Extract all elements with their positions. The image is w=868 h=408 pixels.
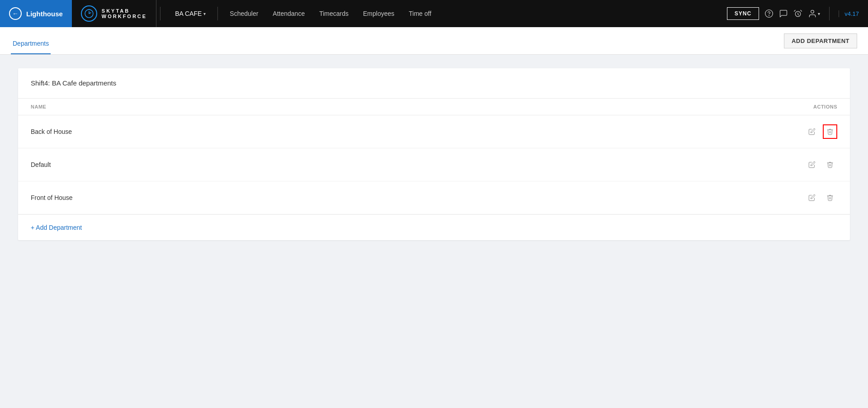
- add-department-link[interactable]: + Add Department: [18, 214, 850, 240]
- row-actions: [805, 124, 837, 139]
- nav-time-off[interactable]: Time off: [402, 6, 438, 21]
- brand-name-top: SKYTAB: [102, 8, 147, 14]
- table-header: NAME ACTIONS: [18, 99, 850, 115]
- nav-ba-cafe[interactable]: BA CAFE ▾: [169, 6, 212, 21]
- department-name: Back of House: [31, 128, 72, 135]
- delete-button[interactable]: [823, 157, 837, 172]
- nav-employees[interactable]: Employees: [357, 6, 401, 21]
- edit-icon: [808, 161, 816, 168]
- trash-icon: [826, 194, 834, 201]
- row-actions: [805, 157, 837, 172]
- edit-button[interactable]: [805, 124, 819, 139]
- card-header: Shift4: BA Cafe departments: [18, 68, 850, 99]
- nav-divider-2: [217, 7, 218, 20]
- name-column-header: NAME: [31, 104, 46, 109]
- actions-column-header: ACTIONS: [813, 104, 837, 109]
- departments-card: Shift4: BA Cafe departments NAME ACTIONS…: [18, 68, 850, 240]
- lighthouse-nav-item[interactable]: ← Lighthouse: [0, 0, 72, 27]
- svg-point-1: [765, 10, 773, 18]
- delete-button[interactable]: [823, 190, 837, 205]
- department-name: Default: [31, 161, 51, 168]
- brand-logo-icon: [81, 5, 97, 22]
- edit-button[interactable]: [805, 190, 819, 205]
- card-header-title: Shift4: BA Cafe departments: [31, 79, 116, 87]
- nav-right-section: SYNC ▾ v4.17: [718, 7, 868, 20]
- top-navigation: ← Lighthouse SKYTAB WORKFORCE BA CAFE ▾ …: [0, 0, 868, 27]
- chevron-down-icon: ▾: [203, 11, 206, 16]
- brand-name-bottom: WORKFORCE: [102, 14, 147, 19]
- back-arrow-icon: ←: [9, 7, 22, 20]
- brand-section: SKYTAB WORKFORCE: [72, 0, 156, 27]
- alarm-icon[interactable]: [793, 9, 802, 18]
- svg-point-4: [811, 10, 814, 14]
- department-name: Front of House: [31, 194, 73, 201]
- page-header: Departments ADD DEPARTMENT: [0, 27, 868, 55]
- version-label: v4.17: [839, 10, 859, 17]
- nav-timecards[interactable]: Timecards: [313, 6, 355, 21]
- lighthouse-label: Lighthouse: [26, 10, 63, 18]
- page-tabs: Departments: [11, 27, 51, 54]
- user-icon[interactable]: ▾: [808, 9, 820, 18]
- table-row: Default: [18, 148, 850, 181]
- nav-divider-1: [160, 7, 160, 20]
- nav-attendance[interactable]: Attendance: [266, 6, 311, 21]
- edit-button[interactable]: [805, 157, 819, 172]
- main-content: Shift4: BA Cafe departments NAME ACTIONS…: [0, 55, 868, 408]
- delete-button[interactable]: [823, 124, 837, 139]
- table-row: Front of House: [18, 181, 850, 214]
- add-department-button[interactable]: ADD DEPARTMENT: [784, 33, 857, 48]
- message-icon[interactable]: [779, 9, 788, 18]
- svg-point-2: [769, 15, 769, 16]
- nav-divider-right: [829, 7, 830, 20]
- brand-name: SKYTAB WORKFORCE: [102, 8, 147, 19]
- table-row: Back of House: [18, 115, 850, 148]
- row-actions: [805, 190, 837, 205]
- nav-links: BA CAFE ▾ Scheduler Attendance Timecards…: [164, 6, 718, 21]
- departments-tab[interactable]: Departments: [11, 27, 51, 54]
- trash-icon: [826, 161, 834, 168]
- nav-scheduler[interactable]: Scheduler: [223, 6, 264, 21]
- help-icon[interactable]: [764, 9, 774, 18]
- edit-icon: [808, 128, 816, 135]
- trash-icon: [826, 128, 834, 135]
- edit-icon: [808, 194, 816, 201]
- sync-button[interactable]: SYNC: [727, 7, 759, 20]
